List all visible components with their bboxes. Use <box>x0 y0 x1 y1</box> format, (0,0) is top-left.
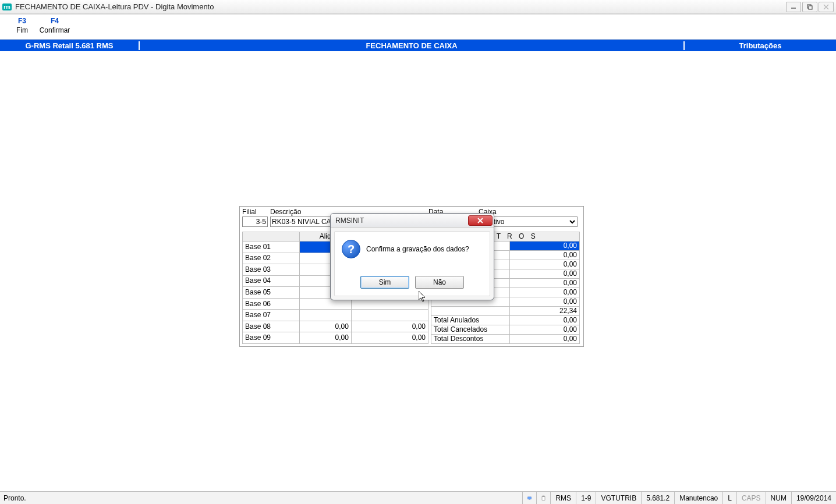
menu-confirmar-label: Confirmar <box>40 26 70 36</box>
dialog-message: Confirma a gravação dos dados? <box>366 245 483 253</box>
status-version: 5.681.2 <box>641 492 674 504</box>
header-band: G-RMS Retail 5.681 RMS FECHAMENTO DE CAI… <box>0 40 836 51</box>
table-row[interactable]: Total Descontos0,00 <box>431 335 580 344</box>
svg-rect-9 <box>542 496 545 501</box>
outros-row-value: 0,00 <box>509 260 579 269</box>
outros-row-value: 0,00 <box>509 325 579 335</box>
base-row-value <box>351 310 428 321</box>
svg-rect-2 <box>809 6 812 9</box>
outros-row-value: 0,00 <box>509 316 579 325</box>
table-row[interactable]: Base 080,000,00 <box>243 321 428 332</box>
menubar: F3 Fim F4 Confirmar <box>0 14 836 40</box>
status-caps: CAPS <box>736 492 766 504</box>
base-row-label: Base 09 <box>243 332 300 344</box>
outros-row-label: Total Anulados <box>431 316 510 325</box>
filial-input[interactable] <box>242 216 268 227</box>
dialog-no-button[interactable]: Não <box>415 276 464 289</box>
base-row-value: 0,00 <box>351 332 428 344</box>
band-title: FECHAMENTO DE CAIXA <box>140 41 685 50</box>
app-icon: rm <box>2 3 12 10</box>
status-clipboard-icon[interactable] <box>536 492 550 504</box>
maximize-button[interactable] <box>802 2 817 12</box>
close-button[interactable] <box>819 2 834 12</box>
table-row[interactable]: 22,34 <box>431 307 580 316</box>
menu-confirmar[interactable]: F4 Confirmar <box>38 17 71 35</box>
outros-row-value: 0,00 <box>509 297 579 307</box>
dialog-yes-button[interactable]: Sim <box>360 276 409 289</box>
base-row-aliq: 0,00 <box>299 321 351 332</box>
outros-row-label: Total Cancelados <box>431 325 510 335</box>
table-row[interactable]: Base 07 <box>243 310 428 321</box>
outros-row-value: 0,00 <box>509 279 579 288</box>
outros-row-value: 0,00 <box>509 335 579 344</box>
band-product: G-RMS Retail 5.681 RMS <box>0 41 140 50</box>
window-controls <box>786 2 834 12</box>
svg-rect-7 <box>528 496 532 499</box>
outros-row-label: Total Descontos <box>431 335 510 344</box>
outros-row-value: 22,34 <box>509 307 579 316</box>
dialog-close-button[interactable] <box>468 215 493 226</box>
outros-row-value: 0,00 <box>509 269 579 279</box>
status-vgt: VGTUTRIB <box>596 492 641 504</box>
confirm-dialog: RMSINIT ? Confirma a gravação dos dados?… <box>330 213 494 300</box>
menu-confirmar-fkey: F4 <box>51 17 59 26</box>
outros-row-value: 0,00 <box>509 288 579 297</box>
status-num: NUM <box>766 492 791 504</box>
base-row-label: Base 05 <box>243 287 300 299</box>
base-row-label: Base 01 <box>243 242 300 253</box>
window-title: FECHAMENTO DE CAIXA-Leitura PDV - Digita… <box>15 2 214 11</box>
status-manut: Manutencao <box>674 492 722 504</box>
base-row-aliq <box>299 310 351 321</box>
outros-row-value: 0,00 <box>509 242 579 251</box>
question-icon: ? <box>342 240 360 258</box>
titlebar: rm FECHAMENTO DE CAIXA-Leitura PDV - Dig… <box>0 0 836 14</box>
menu-fim[interactable]: F3 Fim <box>6 17 38 35</box>
dialog-title: RMSINIT <box>335 216 468 225</box>
base-row-label: Base 04 <box>243 275 300 287</box>
base-row-value: 0,00 <box>351 321 428 332</box>
status-monitor-icon[interactable] <box>522 492 536 504</box>
dialog-titlebar: RMSINIT <box>331 214 494 228</box>
status-l: L <box>722 492 736 504</box>
base-row-aliq: 0,00 <box>299 332 351 344</box>
base-grid-header-0 <box>243 232 300 242</box>
band-tab-tributacoes[interactable]: Tributações <box>685 41 836 50</box>
status-1-9: 1-9 <box>576 492 596 504</box>
outros-row-value: 0,00 <box>509 251 579 260</box>
base-row-label: Base 07 <box>243 310 300 321</box>
base-row-label: Base 02 <box>243 253 300 264</box>
base-row-label: Base 03 <box>243 264 300 276</box>
base-row-label: Base 08 <box>243 321 300 332</box>
table-row[interactable]: Base 090,000,00 <box>243 332 428 344</box>
status-date: 19/09/2014 <box>791 492 836 504</box>
status-bar: Pronto. RMS 1-9 VGTUTRIB 5.681.2 Manuten… <box>0 491 836 504</box>
table-row[interactable]: Total Anulados0,00 <box>431 316 580 325</box>
outros-row-label <box>431 307 510 316</box>
filial-label: Filial <box>242 208 268 216</box>
table-row[interactable]: Total Cancelados0,00 <box>431 325 580 335</box>
minimize-button[interactable] <box>786 2 801 12</box>
menu-fim-fkey: F3 <box>18 17 26 26</box>
status-ready: Pronto. <box>0 494 522 502</box>
menu-fim-label: Fim <box>16 26 28 36</box>
svg-rect-8 <box>529 499 530 499</box>
base-row-label: Base 06 <box>243 298 300 310</box>
status-rms: RMS <box>550 492 576 504</box>
svg-rect-10 <box>543 496 544 497</box>
